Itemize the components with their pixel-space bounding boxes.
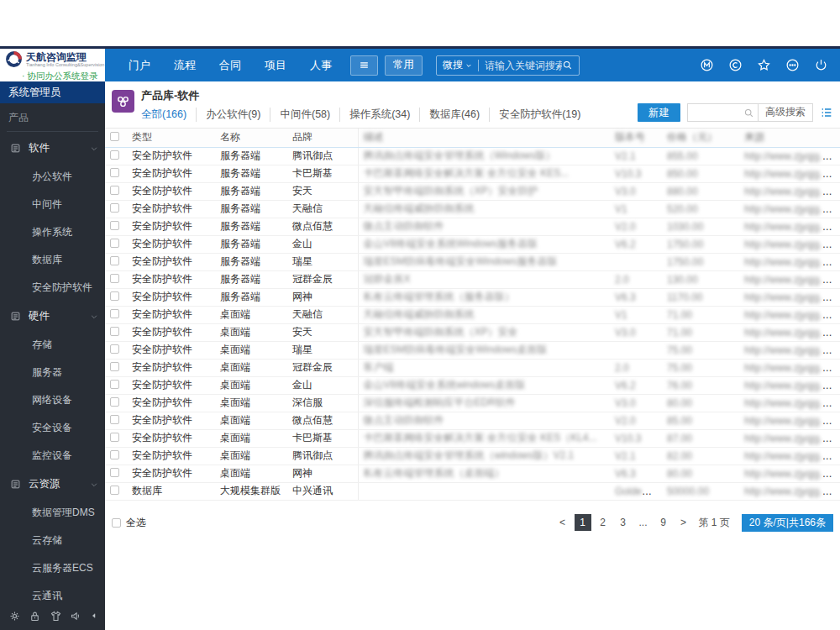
nav-favorites-button[interactable]: 常用: [385, 55, 423, 76]
sidebar-item[interactable]: 网络设备: [0, 386, 105, 414]
nav-menu-button[interactable]: [350, 55, 378, 76]
column-header-2[interactable]: 品牌: [287, 129, 358, 147]
tab-1[interactable]: 办公软件(9): [196, 108, 270, 122]
oa-login-link[interactable]: · 协同办公系统登录: [5, 68, 105, 82]
page-ellipsis[interactable]: ...: [635, 514, 652, 531]
page-button-9[interactable]: 9: [655, 514, 672, 531]
global-search-input[interactable]: [485, 60, 562, 71]
row-checkbox[interactable]: [110, 168, 119, 177]
table-row[interactable]: 安全防护软件服务器端安天安天智甲终端防御系统（XP）安全防护V3.0880.00…: [105, 182, 840, 200]
table-row[interactable]: 安全防护软件桌面端瑞星瑞星ESM防病毒终端安全Windows桌面版75.00ht…: [105, 341, 840, 359]
sidebar-item[interactable]: 云存储: [0, 527, 105, 554]
table-row[interactable]: 安全防护软件桌面端深信服深信服终端检测响应平台EDR软件V3.080.00htt…: [105, 394, 840, 412]
row-checkbox[interactable]: [110, 486, 119, 495]
row-checkbox[interactable]: [110, 380, 119, 389]
row-checkbox[interactable]: [110, 150, 119, 160]
row-checkbox[interactable]: [110, 362, 119, 371]
sidebar-item[interactable]: 安全防护软件: [0, 274, 105, 302]
sound-icon[interactable]: [70, 610, 82, 622]
search-scope-dropdown[interactable]: 微搜: [443, 58, 472, 72]
sidebar-item[interactable]: 数据库: [0, 246, 105, 274]
tab-2[interactable]: 中间件(58): [270, 108, 339, 122]
row-checkbox[interactable]: [110, 274, 119, 283]
sidebar-item[interactable]: 监控设备: [0, 442, 105, 470]
table-row[interactable]: 安全防护软件桌面端冠群金辰客户端2.075.00http://www.zjyqj…: [105, 359, 840, 376]
row-checkbox[interactable]: [110, 309, 119, 318]
nav-item-2[interactable]: 合同: [219, 58, 241, 73]
gear-icon[interactable]: [8, 610, 21, 622]
star-icon[interactable]: [757, 58, 771, 72]
column-header-6[interactable]: 来源: [739, 129, 840, 147]
page-button-1[interactable]: 1: [575, 514, 591, 531]
column-header-4[interactable]: 版本号: [610, 129, 662, 147]
list-view-icon[interactable]: [820, 106, 833, 119]
page-size-badge[interactable]: 20 条/页|共166条: [742, 514, 833, 532]
advanced-search-button[interactable]: 高级搜索: [758, 103, 812, 122]
table-row[interactable]: 安全防护软件服务器端网神私有云终端管理系统（服务器版）V6.31170.00ht…: [105, 288, 840, 306]
page-button-3[interactable]: 3: [615, 514, 632, 531]
row-checkbox[interactable]: [110, 203, 119, 213]
table-row[interactable]: 安全防护软件桌面端天融信天融信终端威胁防御系统V171.00http://www…: [105, 306, 840, 323]
table-row[interactable]: 安全防护软件桌面端金山金山V8终端安全系统windows桌面版V6.276.00…: [105, 376, 840, 394]
row-checkbox[interactable]: [110, 186, 119, 195]
row-checkbox[interactable]: [110, 433, 119, 442]
power-icon[interactable]: [814, 58, 828, 72]
tab-5[interactable]: 安全防护软件(19): [489, 108, 590, 122]
column-header-3[interactable]: 描述: [358, 129, 610, 147]
row-checkbox[interactable]: [110, 397, 119, 407]
table-row[interactable]: 安全防护软件桌面端微点佰慧微点主动防御软件V2.085.00http://www…: [105, 412, 840, 429]
table-row[interactable]: 安全防护软件桌面端卡巴斯基卡巴斯基网络安全解决方案 全方位安全 KES（KL4.…: [105, 429, 840, 447]
table-search-input[interactable]: [688, 104, 740, 121]
row-checkbox[interactable]: [110, 291, 119, 301]
sidebar-group-0[interactable]: 软件: [0, 134, 105, 163]
column-header-5[interactable]: 价格（元）: [662, 129, 739, 147]
search-icon[interactable]: [562, 60, 573, 71]
row-checkbox[interactable]: [110, 450, 119, 459]
table-row[interactable]: 安全防护软件服务器端瑞星瑞星ESM防病毒终端安全Windows服务器版1750.…: [105, 253, 840, 270]
select-all-checkbox[interactable]: [112, 518, 121, 528]
table-row[interactable]: 安全防护软件服务器端腾讯御点腾讯御点终端安全管理系统（Windows版）V2.1…: [105, 147, 840, 165]
sidebar-item[interactable]: 服务器: [0, 359, 105, 386]
nav-item-3[interactable]: 项目: [265, 58, 286, 73]
table-row[interactable]: 安全防护软件桌面端网神私有云终端管理系统（桌面端）V6.380.00http:/…: [105, 465, 840, 482]
nav-item-4[interactable]: 人事: [310, 58, 332, 73]
sidebar-group-2[interactable]: 云资源: [0, 470, 105, 499]
theme-icon[interactable]: [50, 610, 62, 622]
tab-4[interactable]: 数据库(46): [419, 108, 489, 122]
nav-item-1[interactable]: 流程: [174, 58, 196, 73]
page-prev-button[interactable]: <: [554, 514, 571, 531]
table-row[interactable]: 数据库大规模集群版中兴通讯GoldenData s...50000.00http…: [105, 482, 840, 500]
sidebar-item[interactable]: 数据管理DMS: [0, 499, 105, 527]
table-row[interactable]: 安全防护软件服务器端卡巴斯基卡巴斯基网络安全解决方案 全方位安全 KES...V…: [105, 165, 840, 182]
new-button[interactable]: 新建: [638, 103, 680, 122]
row-checkbox[interactable]: [110, 221, 119, 230]
sidebar-group-1[interactable]: 硬件: [0, 302, 105, 331]
row-checkbox[interactable]: [110, 468, 119, 477]
table-row[interactable]: 安全防护软件桌面端腾讯御点腾讯御点终端安全管理系统（windows版）V2.1V…: [105, 447, 840, 465]
column-header-1[interactable]: 名称: [215, 129, 287, 147]
tab-0[interactable]: 全部(166): [141, 108, 196, 122]
table-row[interactable]: 安全防护软件服务器端冠群金辰冠群金辰X2.0130.00http://www.z…: [105, 270, 840, 288]
more-icon[interactable]: [785, 58, 800, 72]
page-next-button[interactable]: >: [675, 514, 692, 531]
nav-item-0[interactable]: 门户: [129, 58, 150, 73]
message-icon[interactable]: [728, 58, 743, 72]
row-checkbox[interactable]: [110, 239, 119, 248]
sidebar-item[interactable]: 中间件: [0, 191, 105, 218]
sidebar-item[interactable]: 办公软件: [0, 163, 105, 191]
row-checkbox[interactable]: [110, 327, 119, 336]
row-checkbox[interactable]: [110, 256, 119, 265]
table-search-icon[interactable]: [743, 108, 754, 118]
table-row[interactable]: 安全防护软件服务器端金山金山V8终端安全系统Windows服务器版V6.2175…: [105, 235, 840, 253]
row-checkbox[interactable]: [110, 344, 119, 354]
sidebar-item[interactable]: 存储: [0, 331, 105, 359]
sidebar-item[interactable]: 操作系统: [0, 218, 105, 246]
sidebar-item[interactable]: 云服务器ECS: [0, 554, 105, 582]
m-badge-icon[interactable]: [700, 58, 714, 72]
table-row[interactable]: 安全防护软件服务器端微点佰慧微点主动防御软件V2.01030.00http://…: [105, 218, 840, 235]
collapse-icon[interactable]: [91, 612, 97, 620]
header-checkbox[interactable]: [110, 132, 119, 141]
lock-icon[interactable]: [29, 610, 41, 622]
table-row[interactable]: 安全防护软件桌面端安天安天智甲终端防御系统（XP）安全V3.071.00http…: [105, 323, 840, 341]
tab-3[interactable]: 操作系统(34): [339, 108, 419, 122]
